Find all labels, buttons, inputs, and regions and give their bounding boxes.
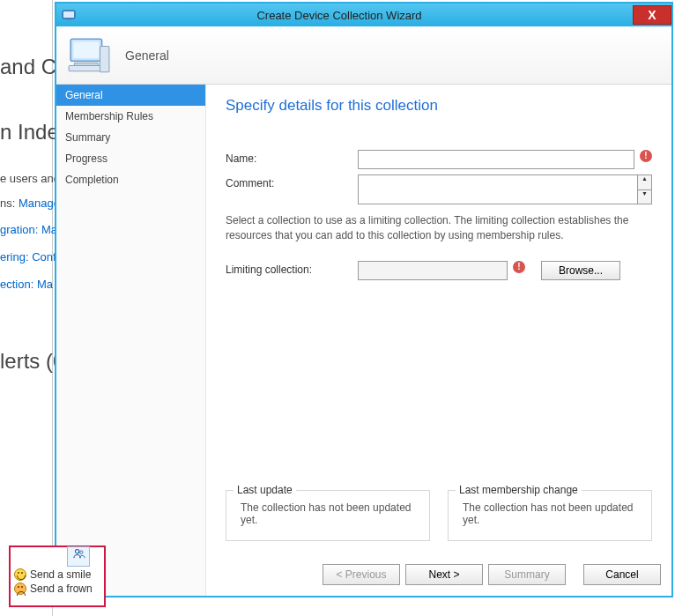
row-comment: Comment: ▲ ▼ — [226, 174, 652, 204]
close-button[interactable]: X — [633, 5, 671, 25]
group-last-membership-title: Last membership change — [456, 484, 582, 496]
wizard-button-row: < Previous Next > Summary Cancel — [323, 564, 661, 585]
comment-label: Comment: — [226, 174, 358, 189]
bg-line-1: e users and — [0, 172, 60, 185]
header-step-name: General — [125, 48, 169, 63]
group-last-update-text: The collection has not been updated yet. — [237, 501, 419, 526]
background-app-strip: and Co n Index e users and ns: Manage gr… — [0, 0, 53, 616]
cancel-button[interactable]: Cancel — [583, 564, 661, 585]
send-frown-label: Send a frown — [30, 582, 93, 596]
svg-rect-4 — [73, 41, 99, 58]
name-input[interactable] — [358, 150, 634, 169]
name-required-icon: ! — [640, 150, 652, 162]
chevron-up-icon[interactable]: ▲ — [638, 175, 651, 190]
bg-line-2: ns: Manage — [0, 197, 60, 210]
send-smile-item[interactable]: Send a smile — [14, 568, 100, 582]
group-last-membership-text: The collection has not been updated yet. — [459, 501, 641, 526]
wizard-window: Create Device Collection Wizard X Genera… — [55, 2, 673, 597]
feedback-toggle-button[interactable] — [67, 546, 90, 567]
nav-completion[interactable]: Completion — [56, 169, 205, 190]
row-name: Name: ! — [226, 150, 652, 169]
svg-point-9 — [79, 551, 82, 553]
close-icon: X — [648, 8, 656, 22]
group-last-membership: Last membership change The collection ha… — [448, 490, 652, 541]
svg-point-8 — [75, 550, 78, 553]
nav-general[interactable]: General — [56, 85, 205, 106]
computer-icon — [67, 33, 111, 78]
bg-line-4: ering: Conf — [0, 250, 56, 263]
limiting-collection-input — [358, 261, 508, 280]
frown-icon — [14, 583, 26, 595]
summary-button: Summary — [488, 564, 566, 585]
feedback-popup: Send a smile Send a frown — [9, 545, 106, 607]
wizard-nav: General Membership Rules Summary Progres… — [56, 85, 206, 596]
comment-spinner[interactable]: ▲ ▼ — [638, 174, 652, 204]
chevron-down-icon[interactable]: ▼ — [638, 190, 651, 204]
limiting-required-icon: ! — [513, 261, 525, 273]
pane-title: Specify details for this collection — [226, 97, 652, 115]
group-last-update-title: Last update — [234, 484, 296, 496]
wizard-header: General — [56, 26, 671, 85]
smile-icon — [14, 568, 26, 581]
send-smile-label: Send a smile — [30, 568, 91, 582]
nav-progress[interactable]: Progress — [56, 148, 205, 169]
svg-rect-6 — [69, 65, 104, 71]
limiting-hint: Select a collection to use as a limiting… — [226, 213, 652, 243]
titlebar[interactable]: Create Device Collection Wizard X — [56, 4, 671, 26]
bg-line-5: ection: Ma — [0, 278, 53, 291]
group-last-update: Last update The collection has not been … — [226, 490, 430, 541]
bg-line-3: gration: Ma — [0, 223, 57, 236]
wizard-pane: Specify details for this collection Name… — [206, 85, 671, 596]
browse-button[interactable]: Browse... — [541, 261, 620, 280]
comment-input[interactable] — [358, 174, 638, 204]
next-button[interactable]: Next > — [405, 564, 483, 585]
window-title: Create Device Collection Wizard — [46, 9, 633, 22]
name-label: Name: — [226, 150, 358, 165]
previous-button: < Previous — [323, 564, 400, 585]
nav-membership-rules[interactable]: Membership Rules — [56, 106, 205, 127]
svg-rect-7 — [100, 46, 109, 71]
limiting-label: Limiting collection: — [226, 261, 358, 276]
send-frown-item[interactable]: Send a frown — [14, 582, 100, 596]
nav-summary[interactable]: Summary — [56, 127, 205, 148]
row-limiting: Limiting collection: ! Browse... — [226, 261, 652, 280]
feedback-users-icon — [72, 550, 85, 563]
